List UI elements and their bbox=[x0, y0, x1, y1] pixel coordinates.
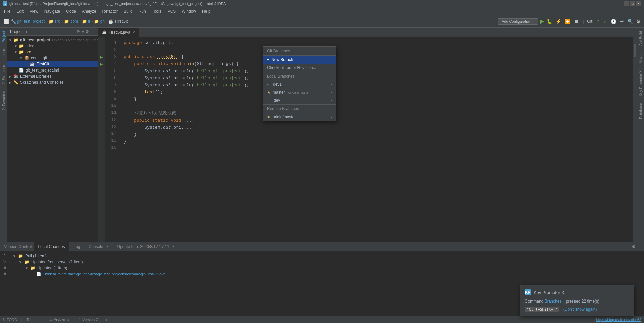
add-configuration-button[interactable]: Add Configuration... bbox=[498, 18, 538, 25]
bottom-settings-button[interactable]: ⚙ bbox=[632, 244, 636, 249]
editor-tab-firstgit[interactable]: ☕ FirstGit.java ✕ bbox=[98, 28, 139, 37]
bottom-expand-icon[interactable]: ⊞ bbox=[3, 265, 7, 270]
breadcrumb-firstgit[interactable]: ☕ FirstGit bbox=[108, 19, 128, 24]
local-branches-label: Local Branches bbox=[263, 72, 336, 80]
code-editor[interactable]: package com.it.git; public class FirstGi… bbox=[118, 37, 637, 242]
menu-tools[interactable]: Tools bbox=[149, 8, 164, 14]
breadcrumb-project[interactable]: 🔧 git_test_project bbox=[11, 19, 45, 24]
menu-analyze[interactable]: Analyze bbox=[79, 8, 99, 14]
new-branch-button[interactable]: + New Branch bbox=[263, 56, 336, 64]
status-version-control[interactable]: 4: Version Control bbox=[78, 318, 107, 322]
project-panel-dropdown[interactable]: ▼ bbox=[25, 30, 28, 34]
coverage-button[interactable]: ⚡ bbox=[555, 18, 562, 25]
panel-locate-icon[interactable]: ⊕ bbox=[76, 29, 80, 34]
tree-item-root[interactable]: ▼ 📁 git_test_project D:\ideaProjectPlace… bbox=[7, 37, 98, 43]
menu-refactor[interactable]: Refactor bbox=[100, 8, 120, 14]
console-close-icon[interactable]: ✕ bbox=[106, 245, 109, 248]
sidebar-learn-label[interactable]: Learn bbox=[1, 46, 6, 62]
tab-local-changes[interactable]: Local Changes bbox=[34, 242, 69, 251]
branch-dev1[interactable]: 🏷 dev1 › bbox=[263, 80, 336, 88]
menu-file[interactable]: File bbox=[1, 8, 13, 14]
code-line-16 bbox=[124, 145, 631, 152]
tab-log[interactable]: Log bbox=[69, 242, 84, 251]
bt-pull-item[interactable]: ▼ 📁 Pull (1 item) bbox=[13, 253, 641, 259]
sidebar-favorites-label[interactable]: 2: Favorites bbox=[1, 88, 6, 113]
tree-item-iml[interactable]: · 📄 git_test_project.iml bbox=[7, 67, 98, 73]
toolbar-back-button[interactable]: ⬜ bbox=[3, 18, 10, 25]
close-button[interactable]: ✕ bbox=[636, 1, 641, 6]
status-terminal[interactable]: Terminal bbox=[26, 318, 40, 322]
breadcrumb: 🔧 git_test_project › 📁 src › 📁 com › 📁 i… bbox=[11, 19, 128, 24]
code-line-1: package com.it.git; bbox=[124, 40, 631, 47]
git-check1-button[interactable]: ✓ bbox=[595, 18, 601, 25]
bt-updated[interactable]: ▼ 📁 Updated (1 item) bbox=[13, 265, 641, 271]
status-problems[interactable]: ⚠ Problems bbox=[49, 317, 70, 322]
tab-console[interactable]: Console ✕ bbox=[84, 242, 113, 251]
menu-window[interactable]: Window bbox=[179, 8, 199, 14]
checkout-tag-button[interactable]: Checkout Tag or Revision... bbox=[263, 64, 336, 72]
sidebar-ant-build-label[interactable]: Ant Build bbox=[638, 28, 643, 49]
breadcrumb-git[interactable]: 📁 git bbox=[94, 19, 104, 24]
sidebar-database-label[interactable]: Database bbox=[638, 100, 643, 122]
tree-item-firstgit[interactable]: · ☕ FirstGit bbox=[7, 61, 98, 67]
menu-code[interactable]: Code bbox=[63, 8, 79, 14]
status-todo[interactable]: 6: TODO bbox=[3, 318, 17, 322]
breadcrumb-it[interactable]: 📁 it bbox=[82, 19, 90, 24]
sidebar-key-promoter-label[interactable]: Key Promoter X bbox=[638, 67, 643, 100]
menu-view[interactable]: View bbox=[27, 8, 41, 14]
sidebar-project-label[interactable]: Project bbox=[1, 28, 6, 46]
bottom-arrow-down-icon[interactable]: ↓ bbox=[4, 277, 6, 282]
profile-button[interactable]: ⏪ bbox=[564, 18, 571, 25]
branch-origin-master[interactable]: ★ origin/master › bbox=[263, 113, 336, 121]
panel-close-icon[interactable]: — bbox=[91, 29, 95, 34]
git-check2-button[interactable]: ✓ bbox=[603, 18, 608, 25]
git-undo-button[interactable]: ↩ bbox=[619, 18, 625, 25]
dont-show-link[interactable]: (Don't show again) bbox=[563, 307, 597, 312]
bottom-refresh-icon[interactable]: ↻ bbox=[3, 253, 7, 258]
update-info-close-icon[interactable]: ✕ bbox=[172, 245, 175, 248]
menu-run[interactable]: Run bbox=[136, 8, 149, 14]
bottom-minimize-button[interactable]: — bbox=[637, 244, 641, 249]
tab-label: FirstGit.java bbox=[109, 30, 130, 35]
tab-update-info[interactable]: Update Info: 2020/8/17 17:11 ✕ bbox=[113, 242, 179, 251]
tree-item-idea[interactable]: ▼ 📁 .idea bbox=[7, 43, 98, 49]
bottom-filter-icon[interactable]: ▽ bbox=[3, 259, 6, 264]
run-button[interactable]: ▶ bbox=[540, 18, 544, 25]
bt-updated-from-server[interactable]: ▼ 📁 Updated from server (1 item) bbox=[13, 259, 641, 265]
stop-button[interactable]: ⏹ bbox=[573, 18, 579, 25]
tree-item-ext-libs[interactable]: ▶ 📚 External Libraries bbox=[7, 73, 98, 79]
code-line-5: System.out.println("hello git project"); bbox=[124, 68, 631, 75]
settings-button[interactable]: ⚙ bbox=[636, 18, 641, 25]
tag-icon-dev1: 🏷 bbox=[267, 82, 271, 87]
editor-scrollbar[interactable] bbox=[633, 37, 637, 242]
restore-button[interactable]: □ bbox=[630, 1, 635, 6]
sidebar-maven-label[interactable]: Maven bbox=[638, 49, 643, 67]
debug-button[interactable]: 🐛 bbox=[546, 18, 553, 25]
menu-help[interactable]: Help bbox=[199, 8, 213, 14]
panel-settings-icon[interactable]: ⚙ bbox=[85, 29, 89, 34]
status-url[interactable]: https://blog.csdn.net/xtho62 bbox=[596, 318, 641, 322]
key-promoter-branches-link[interactable]: Branches... bbox=[545, 299, 565, 304]
branch-dev[interactable]: dev › bbox=[263, 96, 336, 104]
breadcrumb-src[interactable]: 📁 src bbox=[49, 19, 60, 24]
menu-vcs[interactable]: VCS bbox=[165, 8, 179, 14]
minimize-button[interactable]: ─ bbox=[624, 1, 629, 6]
bottom-collapse-icon[interactable]: ⊟ bbox=[3, 271, 7, 276]
menu-build[interactable]: Build bbox=[121, 8, 135, 14]
search-everywhere-button[interactable]: 🔍 bbox=[627, 18, 634, 25]
menu-navigate[interactable]: Navigate bbox=[42, 8, 63, 14]
branch-master[interactable]: ★ master origin/master › bbox=[263, 88, 336, 96]
run-gutter-4[interactable]: ▶ bbox=[98, 61, 105, 68]
panel-collapse-icon[interactable]: ≡ bbox=[81, 29, 84, 34]
tree-item-scratches[interactable]: ▶ ✏️ Scratches and Consoles bbox=[7, 79, 98, 85]
arrow-icon-master: › bbox=[331, 90, 332, 95]
git-clock-button[interactable]: 🕐 bbox=[610, 18, 617, 25]
tree-item-src[interactable]: ▼ 📁 src bbox=[7, 49, 98, 55]
breadcrumb-com[interactable]: 📁 com bbox=[64, 19, 78, 24]
menu-edit[interactable]: Edit bbox=[14, 8, 26, 14]
run-gutter-3[interactable]: ▶ bbox=[98, 54, 105, 61]
tab-close-icon[interactable]: ✕ bbox=[132, 30, 135, 34]
sidebar-structure-label[interactable]: 2: Structure bbox=[1, 62, 6, 88]
tree-item-package[interactable]: ▼ 📦 com.it.git bbox=[7, 55, 98, 61]
bt-file-item[interactable]: · 📄 D:\ideaProjectPlace\git_idea-test\gi… bbox=[13, 271, 641, 277]
